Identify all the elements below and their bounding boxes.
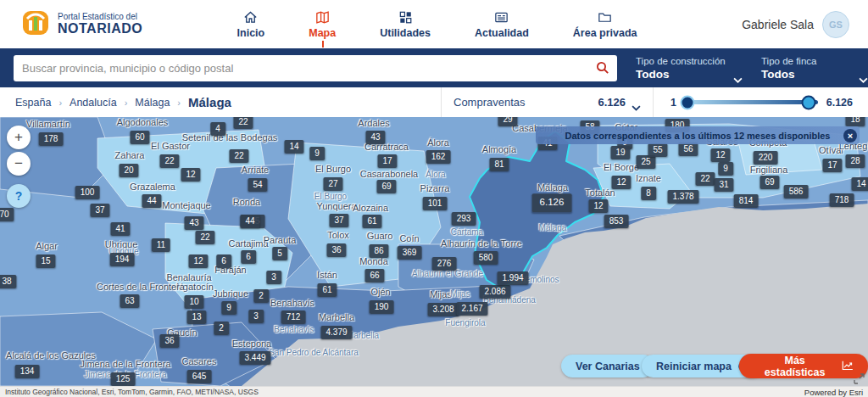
map-badge[interactable]: 22 xyxy=(229,149,248,163)
map-badge[interactable]: 162 xyxy=(426,150,451,164)
map-badge[interactable]: 10 xyxy=(184,295,203,309)
map-badge[interactable]: 54 xyxy=(248,178,267,192)
map-badge[interactable]: 63 xyxy=(120,294,139,308)
app-logo[interactable]: Portal Estadístico del NOTARIADO xyxy=(22,8,166,41)
map-badge[interactable]: 9 xyxy=(221,301,236,315)
filter-tipo-de-finca[interactable]: Tipo de fincaTodos xyxy=(761,56,868,81)
map-badge[interactable]: 293 xyxy=(452,212,476,226)
map-badge[interactable]: 69 xyxy=(376,180,396,193)
range-handle-min[interactable] xyxy=(681,95,695,109)
map-badge[interactable]: 29 xyxy=(498,117,517,126)
map-badge[interactable]: 36 xyxy=(326,243,346,257)
map-badge[interactable]: 31 xyxy=(714,178,733,192)
nav-item-utilidades[interactable]: Utilidades xyxy=(380,9,431,39)
map-badge[interactable]: 8 xyxy=(641,187,656,200)
zoom-out-button[interactable]: − xyxy=(7,152,31,176)
expand-icon[interactable] xyxy=(854,372,865,383)
avatar[interactable]: GS xyxy=(822,11,849,38)
map-badge[interactable]: 37 xyxy=(329,214,348,227)
map-badge[interactable]: 12 xyxy=(188,254,208,268)
map-badge[interactable]: 134 xyxy=(15,365,40,378)
map-badge[interactable]: 100 xyxy=(75,186,100,199)
range-handle-max[interactable] xyxy=(801,95,815,109)
map-badge[interactable]: 853 xyxy=(604,215,629,228)
map-badge[interactable]: 5 xyxy=(272,247,287,260)
map-badge[interactable]: 70 xyxy=(0,208,14,221)
map-badge[interactable]: 15 xyxy=(36,254,55,268)
map-badge[interactable]: 2 xyxy=(214,322,229,335)
map-badge[interactable]: 6 xyxy=(216,254,231,268)
nav-item-mapa[interactable]: Mapa xyxy=(309,9,336,39)
map-badge[interactable]: 43 xyxy=(365,131,385,144)
breadcrumb-malaga[interactable]: Málaga xyxy=(135,97,170,109)
map-badge[interactable]: 3.449 xyxy=(239,351,270,365)
map-badge[interactable]: 61 xyxy=(362,215,381,228)
chevron-down-icon[interactable] xyxy=(859,71,868,77)
map-badge[interactable]: 6.126 xyxy=(532,193,572,212)
map-badge[interactable]: 6 xyxy=(241,250,256,264)
breadcrumb-espana[interactable]: España xyxy=(15,97,51,109)
map-badge[interactable]: 3 xyxy=(266,271,281,284)
map-badge[interactable]: 101 xyxy=(423,197,448,210)
map-badge[interactable]: 1.994 xyxy=(497,271,528,285)
map-badge[interactable]: 11 xyxy=(152,238,170,252)
breadcrumb-malaga-current[interactable]: Málaga xyxy=(188,95,231,109)
map-badge[interactable]: 125 xyxy=(111,372,136,386)
map-badge[interactable]: 61 xyxy=(317,283,337,297)
zoom-in-button[interactable]: + xyxy=(7,126,31,149)
map-badge[interactable]: 12 xyxy=(181,168,200,182)
filter-tipo-de-construccion[interactable]: Tipo de construcciónTodos xyxy=(636,56,743,81)
map-badge[interactable]: 3 xyxy=(248,310,264,323)
map-badge[interactable]: 814 xyxy=(734,194,759,208)
map-badge[interactable]: 712 xyxy=(281,310,306,324)
map-canvas[interactable]: VillamartínAlgodonalesSetenil de las Bod… xyxy=(0,117,868,386)
map-badge[interactable]: 12 xyxy=(710,148,730,162)
chevron-down-icon[interactable] xyxy=(733,71,743,77)
chevron-down-icon[interactable] xyxy=(632,99,641,105)
metric-selector[interactable]: Compraventas 6.126 xyxy=(441,87,653,117)
map-badge[interactable]: 586 xyxy=(784,185,809,198)
user-menu[interactable]: Gabriele Sala GS xyxy=(742,11,849,38)
map-badge[interactable]: 44 xyxy=(142,194,161,208)
map-badge[interactable]: 4.379 xyxy=(320,326,352,339)
map-badge[interactable]: 27 xyxy=(323,177,342,191)
ver-canarias-button[interactable]: Ver Canarias xyxy=(561,355,654,377)
map-badge[interactable]: 9 xyxy=(309,147,325,160)
map-badge[interactable]: 28 xyxy=(845,154,865,168)
map-badge[interactable]: 22 xyxy=(195,231,214,244)
map-badge[interactable]: 18 xyxy=(845,117,865,126)
map-badge[interactable]: 55 xyxy=(648,143,667,157)
nav-item-inicio[interactable]: Inicio xyxy=(237,9,265,39)
map-badge[interactable]: 718 xyxy=(830,193,854,207)
close-icon[interactable]: × xyxy=(843,129,857,143)
map-badge[interactable]: 580 xyxy=(474,251,498,265)
map-badge[interactable]: 43 xyxy=(184,216,203,230)
map-badge[interactable]: 37 xyxy=(90,204,109,217)
map-badge[interactable]: 22 xyxy=(233,117,253,129)
map-badge[interactable]: 38 xyxy=(0,275,17,288)
search-input[interactable] xyxy=(14,55,617,81)
map-badge[interactable]: 81 xyxy=(489,158,509,171)
map-badge[interactable]: 56 xyxy=(678,143,698,156)
map-badge[interactable]: 4 xyxy=(210,122,225,136)
map-badge[interactable]: 22 xyxy=(695,172,715,186)
help-button[interactable]: ? xyxy=(7,184,31,208)
mas-estadisticas-button[interactable]: Más estadísticas xyxy=(739,354,868,378)
map-badge[interactable]: 17 xyxy=(822,159,842,172)
range-slider-track[interactable] xyxy=(685,100,818,104)
breadcrumb-andalucia[interactable]: Andalucía xyxy=(70,97,117,109)
map-badge[interactable]: 17 xyxy=(377,154,397,168)
map-badge[interactable]: 2.167 xyxy=(456,302,487,316)
map-badge[interactable]: 645 xyxy=(187,370,212,383)
map-badge[interactable]: 20 xyxy=(119,164,138,177)
map-badge[interactable]: 14 xyxy=(851,177,868,191)
map-badge[interactable]: 178 xyxy=(39,132,64,146)
map-badge[interactable]: 69 xyxy=(760,176,779,189)
map-badge[interactable]: 9 xyxy=(718,162,733,176)
map-badge[interactable]: 194 xyxy=(110,253,135,266)
map-badge[interactable]: 3.208 xyxy=(427,303,459,316)
map-badge[interactable]: 44 xyxy=(240,215,259,228)
map-badge[interactable]: 1.378 xyxy=(667,190,698,204)
map-badge[interactable]: 22 xyxy=(159,154,179,168)
map-badge[interactable]: 19 xyxy=(610,146,630,159)
